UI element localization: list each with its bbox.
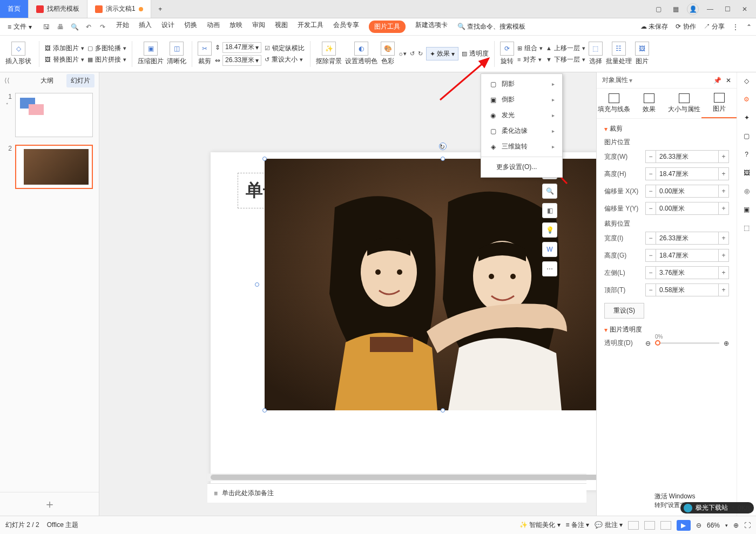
prop-tab-effects[interactable]: 效果 [632, 89, 667, 118]
menu-item[interactable]: 放映 [230, 21, 242, 33]
spin-minus[interactable]: − [645, 185, 656, 198]
lock-aspect-checkbox[interactable]: ☑ 锁定纵横比 [265, 44, 305, 53]
more-tools-icon[interactable]: ⋯ [542, 261, 557, 276]
outline-tab[interactable]: 大纲 [36, 74, 58, 87]
spin-minus[interactable]: − [645, 202, 656, 215]
dropdown-soft-edges[interactable]: ▢柔化边缘▸ [481, 123, 562, 139]
slides-tab[interactable]: 幻灯片 [66, 74, 94, 87]
menu-item[interactable]: 开始 [116, 21, 129, 33]
dropdown-3d-rotation[interactable]: ◈三维旋转▸ [481, 139, 562, 154]
new-tab-button[interactable]: + [151, 0, 170, 18]
brightness-icon[interactable]: ☼▾ [398, 50, 407, 57]
batch-button[interactable]: ☷批量处理 [606, 42, 632, 66]
section-transparency[interactable]: 图片透明度 [604, 325, 729, 334]
select-button[interactable]: ⬚选择 [589, 42, 603, 66]
side-tool-5[interactable]: ? [741, 149, 752, 160]
window-maximize[interactable]: ☐ [721, 3, 733, 15]
pin-icon[interactable]: 📌 [713, 77, 721, 84]
side-tool-settings[interactable]: ⚙ [741, 94, 752, 105]
side-tool-9[interactable]: ⬚ [741, 222, 752, 233]
compress-button[interactable]: ▣压缩图片 [138, 42, 164, 66]
multi-outline-button[interactable]: ▢ 多图轮播 ▾ [87, 44, 126, 53]
crop-left-value[interactable]: 3.76厘米 [656, 266, 718, 279]
window-minimize[interactable]: — [704, 3, 716, 15]
remove-bg-button[interactable]: ✨抠除背景 [316, 42, 342, 66]
sharpen-button[interactable]: ◫清晰化 [167, 42, 186, 66]
send-backward-button[interactable]: ▼ 下移一层 ▾ [546, 55, 585, 64]
slider-plus[interactable]: ⊕ [724, 340, 729, 347]
smart-beautify-button[interactable]: ✨ 智能美化 ▾ [519, 521, 561, 530]
view-normal-icon[interactable] [628, 521, 639, 530]
reset-button[interactable]: 重设(S) [604, 303, 644, 319]
color-button[interactable]: 🎨色彩 [381, 42, 395, 66]
dropdown-shadow[interactable]: ▢阴影▸ [481, 76, 562, 92]
resize-handle[interactable] [441, 157, 445, 161]
undo-icon[interactable]: ↶ [84, 22, 93, 32]
idea-icon[interactable]: 💡 [542, 222, 557, 238]
menu-image-tools[interactable]: 图片工具 [369, 21, 406, 33]
comments-toggle[interactable]: 💬 批注 ▾ [595, 521, 623, 530]
section-crop[interactable]: 裁剪 [604, 124, 729, 133]
menu-item[interactable]: 视图 [275, 21, 288, 33]
search-input[interactable]: 🔍 查找命令、搜索模板 [457, 22, 533, 31]
width-input[interactable]: 26.33厘米▾ [222, 55, 261, 66]
crop-button[interactable]: ✂裁剪 [198, 42, 212, 66]
resize-handle[interactable] [441, 408, 445, 413]
menu-item[interactable]: 设计 [161, 21, 174, 33]
spin-plus[interactable]: + [718, 167, 729, 180]
preview-icon[interactable]: 🔍 [70, 22, 79, 32]
resize-handle[interactable] [255, 282, 259, 287]
offset-y-value[interactable]: 0.00厘米 [656, 202, 718, 215]
spin-plus[interactable]: + [718, 202, 729, 215]
menu-item[interactable]: 开发工具 [298, 21, 323, 33]
zoom-out-button[interactable]: ⊖ [696, 522, 701, 529]
bring-forward-button[interactable]: ▲ 上移一层 ▾ [546, 44, 585, 53]
dropdown-reflection[interactable]: ▣倒影▸ [481, 92, 562, 107]
picture-join-button[interactable]: ▦ 图片拼接 ▾ [87, 55, 126, 64]
group-button[interactable]: ⊞ 组合 ▾ [517, 44, 543, 53]
height-input[interactable]: 18.47厘米▾ [222, 42, 261, 53]
spin-plus[interactable]: + [718, 185, 729, 198]
doc-convert-icon[interactable]: W [542, 242, 557, 257]
spin-minus[interactable]: − [645, 232, 656, 245]
resize-handle[interactable] [262, 408, 267, 413]
save-icon[interactable]: 🖫 [42, 22, 51, 32]
notes-area[interactable]: ≡单击此处添加备注 [207, 483, 586, 503]
side-tool-1[interactable]: ◇ [741, 76, 752, 86]
rotate-button[interactable]: ⟳旋转 [500, 42, 514, 66]
side-tool-4[interactable]: ▢ [741, 131, 752, 141]
spin-minus[interactable]: − [645, 266, 656, 279]
zoom-level[interactable]: 66% [707, 522, 720, 529]
menu-item[interactable]: 插入 [139, 21, 152, 33]
spin-plus[interactable]: + [718, 266, 729, 279]
slider-minus[interactable]: ⊖ [645, 340, 651, 347]
menu-item[interactable]: 会员专享 [333, 21, 359, 33]
menu-hamburger[interactable]: ≡ 文件 ▾ [4, 22, 35, 31]
width-value[interactable]: 26.33厘米 [656, 150, 718, 163]
play-button[interactable]: ▶ [677, 520, 691, 531]
reset-size-button[interactable]: ↺ 重设大小 ▾ [265, 55, 305, 64]
close-panel-icon[interactable]: ✕ [726, 77, 731, 84]
spin-plus[interactable]: + [718, 283, 729, 296]
height-value[interactable]: 18.47厘米 [656, 167, 718, 180]
tab-home[interactable]: 首页 [0, 0, 29, 18]
notes-toggle[interactable]: ≡ 备注 ▾ [566, 521, 590, 530]
rotate-left-icon[interactable]: ↺ [410, 50, 415, 57]
redo-icon[interactable]: ↷ [98, 22, 107, 32]
resize-handle[interactable] [262, 157, 267, 161]
horizontal-scrollbar[interactable] [207, 474, 586, 481]
dropdown-glow[interactable]: ◉发光▸ [481, 107, 562, 123]
share-button[interactable]: ↗ 分享 [704, 22, 725, 31]
crop-width-value[interactable]: 26.33厘米 [656, 232, 718, 245]
add-picture-button[interactable]: 🖼 添加图片 ▾ [45, 44, 84, 53]
spin-minus[interactable]: − [645, 249, 656, 262]
replace-picture-button[interactable]: 🖼 替换图片 ▾ [45, 55, 84, 64]
insert-shape-button[interactable]: ◇插入形状 [5, 42, 31, 66]
spin-plus[interactable]: + [718, 232, 729, 245]
avatar-icon[interactable]: 👤 [687, 3, 699, 15]
crop-height-value[interactable]: 18.47厘米 [656, 249, 718, 262]
menu-new-tab[interactable]: 新建选项卡 [415, 21, 448, 33]
set-transparent-button[interactable]: ◐设置透明色 [345, 42, 377, 66]
align-button[interactable]: ≡ 对齐 ▾ [517, 55, 543, 64]
view-reading-icon[interactable] [660, 521, 671, 530]
